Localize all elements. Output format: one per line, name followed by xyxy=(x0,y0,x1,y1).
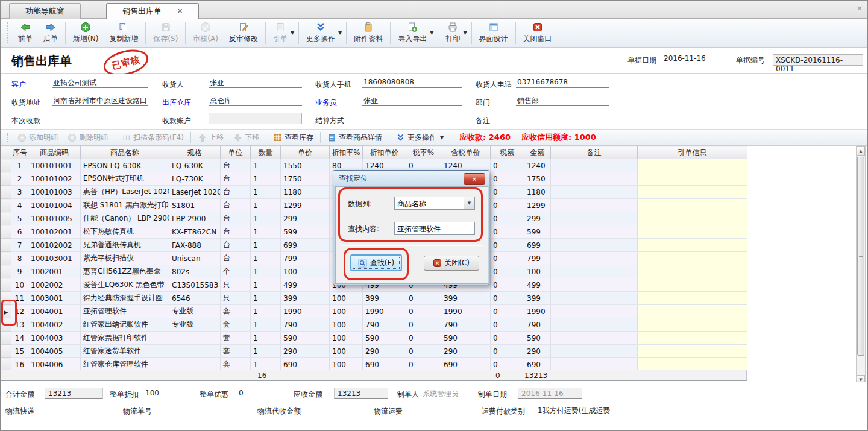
cell-seq[interactable]: 11 xyxy=(11,292,28,305)
cell-seq[interactable]: 12 xyxy=(11,305,28,318)
cell-ref_info[interactable] xyxy=(638,186,747,199)
tab-sales-outbound[interactable]: 销售出库单 ✕ xyxy=(106,3,199,19)
reverse-audit-button[interactable]: 反审修改 xyxy=(224,19,263,47)
freight-pay-type-field[interactable]: 1我方付运费(生成运费 xyxy=(538,406,622,415)
cell-spec[interactable]: LQ-630K xyxy=(169,159,221,172)
cell-qty[interactable]: 1 xyxy=(251,225,281,239)
data-column-select[interactable]: 商品名称 ▼ xyxy=(394,197,475,210)
cell-discount_rate[interactable]: 100 xyxy=(330,332,363,345)
cell-ref_info[interactable] xyxy=(638,305,747,318)
dialog-cancel-button[interactable]: ✕ 关闭(C) xyxy=(424,256,479,271)
table-row[interactable]: 141004003红管家票据打印软件套159010059005900590 xyxy=(1,332,747,345)
cell-tax_rate[interactable]: 0 xyxy=(406,332,441,345)
cell-ref_info[interactable] xyxy=(638,278,747,292)
cell-remark[interactable] xyxy=(551,345,638,358)
cell-spec[interactable]: C13S015583 xyxy=(169,278,221,292)
cell-unit[interactable]: 套 xyxy=(221,318,251,332)
cell-seq[interactable]: 7 xyxy=(11,239,28,252)
cell-price[interactable]: 690 xyxy=(281,358,330,371)
cell-ref_info[interactable] xyxy=(638,332,747,345)
cell-discount_price[interactable]: 590 xyxy=(363,332,406,345)
cell-price[interactable]: 1750 xyxy=(281,172,330,186)
cell-seq[interactable]: 10 xyxy=(11,278,28,292)
move-down-button[interactable]: 下移 xyxy=(228,131,264,144)
row-selector[interactable] xyxy=(1,199,11,212)
row-selector[interactable] xyxy=(1,212,11,225)
scan-barcode-button[interactable]: 扫描条形码(F4) xyxy=(117,131,189,144)
cell-qty[interactable]: 1 xyxy=(251,358,281,371)
cell-discount_price[interactable]: 690 xyxy=(363,358,406,371)
logistics-express-field[interactable] xyxy=(45,406,119,415)
cell-amount[interactable]: 1750 xyxy=(524,172,551,186)
cell-unit[interactable]: 套 xyxy=(221,345,251,358)
cell-remark[interactable] xyxy=(551,265,638,278)
cell-name[interactable]: 惠普CH561ZZ黑色墨盒 xyxy=(81,265,169,278)
new-button[interactable]: 新增(N) xyxy=(68,19,104,47)
cell-seq[interactable]: 16 xyxy=(11,358,28,371)
cell-seq[interactable]: 14 xyxy=(11,332,28,345)
cell-ref_info[interactable] xyxy=(638,239,747,252)
order-preferential-field[interactable]: 0 xyxy=(239,389,287,398)
table-row[interactable]: 111003001得力经典防滑握手设计圆6546只139910039903990… xyxy=(1,292,747,305)
cell-name[interactable]: EPSON LQ-630K xyxy=(81,159,169,172)
row-selector[interactable] xyxy=(1,332,11,345)
row-selector[interactable]: ▶ xyxy=(1,305,11,318)
vertical-scrollbar[interactable]: ▲ ▼ xyxy=(856,146,866,385)
row-selector[interactable] xyxy=(1,225,11,239)
cell-spec[interactable]: S1801 xyxy=(169,199,221,212)
cell-tax[interactable]: 0 xyxy=(491,199,524,212)
window-close-icon[interactable]: ✕ xyxy=(857,4,863,13)
cell-discount_rate[interactable]: 100 xyxy=(330,305,363,318)
salesman-field[interactable]: 张亚 xyxy=(362,96,462,106)
cell-discount_price[interactable]: 790 xyxy=(363,318,406,332)
save-button[interactable]: 保存(S) xyxy=(148,19,183,47)
cell-remark[interactable] xyxy=(551,358,638,371)
cell-spec[interactable]: Uniscan xyxy=(169,252,221,265)
cell-discount_price[interactable]: 399 xyxy=(363,292,406,305)
cell-tax[interactable]: 0 xyxy=(491,358,524,371)
cell-unit[interactable]: 套 xyxy=(221,305,251,318)
cell-qty[interactable]: 1 xyxy=(251,199,281,212)
cell-price[interactable]: 1990 xyxy=(281,305,330,318)
cell-price_with_tax[interactable]: 690 xyxy=(441,358,491,371)
cell-code[interactable]: 100101002 xyxy=(28,172,81,186)
col-header-price_with_tax[interactable]: 含税单价 xyxy=(441,146,491,159)
cell-amount[interactable]: 1299 xyxy=(524,199,551,212)
cell-tax[interactable]: 0 xyxy=(491,225,524,239)
cell-code[interactable]: 100101004 xyxy=(28,199,81,212)
cell-qty[interactable]: 1 xyxy=(251,252,281,265)
row-selector[interactable] xyxy=(1,265,11,278)
cell-remark[interactable] xyxy=(551,292,638,305)
cell-discount_rate[interactable]: 100 xyxy=(330,292,363,305)
cell-price[interactable]: 499 xyxy=(281,278,330,292)
cell-code[interactable]: 100102002 xyxy=(28,239,81,252)
cell-qty[interactable]: 1 xyxy=(251,345,281,358)
cell-remark[interactable] xyxy=(551,305,638,318)
cell-tax_rate[interactable]: 0 xyxy=(406,358,441,371)
cell-qty[interactable]: 1 xyxy=(251,265,281,278)
cell-price_with_tax[interactable]: 590 xyxy=(441,332,491,345)
scroll-thumb[interactable] xyxy=(857,157,864,356)
cell-spec[interactable]: 专业版 xyxy=(169,305,221,318)
department-field[interactable]: 销售部 xyxy=(516,96,609,106)
col-header-discount_price[interactable]: 折扣单价 xyxy=(363,146,406,159)
cell-qty[interactable]: 1 xyxy=(251,159,281,172)
cell-name[interactable]: 红管家仓库管理软件 xyxy=(81,358,169,371)
cell-ref_info[interactable] xyxy=(638,265,747,278)
cell-unit[interactable]: 台 xyxy=(221,186,251,199)
cell-remark[interactable] xyxy=(551,318,638,332)
col-header-tax[interactable]: 税额 xyxy=(491,146,524,159)
customer-field[interactable]: 亚拓公司测试 xyxy=(52,78,148,88)
cell-seq[interactable]: 9 xyxy=(11,265,28,278)
cell-code[interactable]: 100102001 xyxy=(28,225,81,239)
cell-seq[interactable]: 3 xyxy=(11,186,28,199)
cell-unit[interactable]: 套 xyxy=(221,332,251,345)
ui-design-button[interactable]: 界面设计 xyxy=(474,19,514,47)
cell-qty[interactable]: 1 xyxy=(251,278,281,292)
cell-ref_info[interactable] xyxy=(638,292,747,305)
cell-tax[interactable]: 0 xyxy=(491,305,524,318)
cell-amount[interactable]: 699 xyxy=(524,239,551,252)
cell-name[interactable]: EPSON针式打印机 xyxy=(81,172,169,186)
cell-qty[interactable]: 1 xyxy=(251,212,281,225)
col-header-remark[interactable]: 备注 xyxy=(551,146,638,159)
